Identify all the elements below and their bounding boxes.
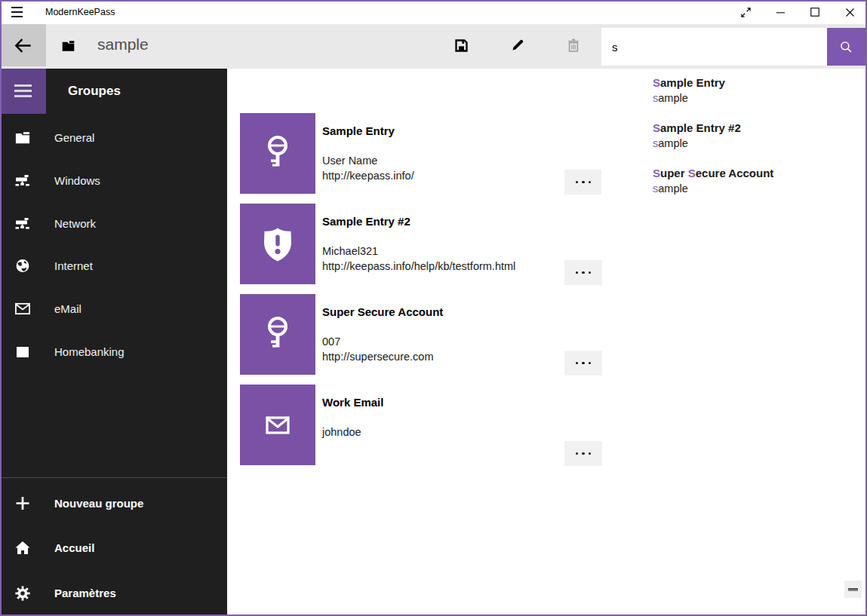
database-folder-icon <box>62 41 75 54</box>
entry-title: Super Secure Account <box>322 305 443 318</box>
save-button[interactable] <box>443 24 479 66</box>
square-icon <box>15 345 30 360</box>
suggestion-sample-entry-2[interactable]: Sample Entry #2 sample <box>653 121 741 151</box>
entry-username: Michael321 <box>322 245 378 257</box>
sidebar-item-homebanking[interactable]: Homebanking <box>0 330 227 373</box>
caption-buttons <box>728 0 867 24</box>
mail-icon <box>257 404 299 446</box>
sidebar-item-label: eMail <box>54 302 81 315</box>
network-icon <box>15 216 30 231</box>
sidebar-item-new-group[interactable]: Nouveau groupe <box>0 482 227 525</box>
search-box <box>601 28 827 66</box>
entry-title: Work Email <box>322 396 383 409</box>
suggestion-sample-entry[interactable]: Sample Entry sample <box>653 75 725 106</box>
sidebar-item-label: Internet <box>54 259 93 272</box>
gear-icon <box>15 586 30 601</box>
edit-pencil-icon[interactable] <box>500 24 536 66</box>
semantic-zoom-out-button[interactable] <box>844 581 862 598</box>
minimize-icon[interactable] <box>763 0 798 24</box>
plus-icon <box>15 496 30 511</box>
sidebar-nav: Groupes General Windows Network <box>0 66 227 616</box>
groups-header: Groupes <box>68 84 121 99</box>
home-icon <box>15 541 30 556</box>
search-button[interactable] <box>827 28 865 66</box>
suggestion-title: Sample Entry #2 <box>653 121 741 136</box>
sidebar-item-label: Nouveau groupe <box>54 497 143 510</box>
entry-username: 007 <box>322 336 340 348</box>
more-button[interactable] <box>564 441 602 466</box>
entry-url: http://keepass.info/help/kb/testform.htm… <box>322 260 515 272</box>
sidebar-divider <box>0 477 227 478</box>
network-icon <box>15 173 30 188</box>
entry-username: johndoe <box>322 426 361 438</box>
sidebar-item-internet[interactable]: Internet <box>0 244 227 287</box>
delete-trash-icon[interactable] <box>555 24 592 66</box>
entry-sample-entry-2[interactable]: Sample Entry #2 Michael321 http://keepas… <box>240 204 602 284</box>
suggestion-super-secure-account[interactable]: Super Secure Account sample <box>653 166 773 196</box>
sidebar-item-label: Windows <box>54 174 100 187</box>
app-title: ModernKeePass <box>45 0 115 24</box>
sidebar-item-email[interactable]: eMail <box>0 287 227 330</box>
command-bar: sample <box>0 24 867 69</box>
nav-hamburger-button[interactable] <box>0 68 46 114</box>
titlebar: ModernKeePass <box>0 0 867 24</box>
entry-url: http://keepass.info/ <box>322 170 414 182</box>
entry-tile <box>240 113 315 194</box>
more-button[interactable] <box>564 170 602 195</box>
entry-tile <box>240 294 315 375</box>
entry-tile <box>240 204 315 284</box>
close-icon[interactable] <box>832 0 867 24</box>
entry-title: Sample Entry <box>322 124 395 137</box>
entry-url: http://supersecure.com <box>322 351 434 363</box>
more-button[interactable] <box>564 260 602 285</box>
suggestion-title: Super Secure Account <box>653 166 773 181</box>
entry-super-secure-account[interactable]: Super Secure Account 007 http://supersec… <box>240 294 602 375</box>
entry-tile <box>240 385 315 465</box>
database-title: sample <box>97 24 149 64</box>
folder-icon <box>15 130 30 146</box>
suggestion-subtitle: sample <box>653 181 773 196</box>
sidebar-item-home[interactable]: Accueil <box>0 526 227 569</box>
more-button[interactable] <box>564 351 602 375</box>
maximize-icon[interactable] <box>798 0 832 24</box>
sidebar-item-general[interactable]: General <box>0 116 227 159</box>
titlebar-hamburger-icon[interactable] <box>10 5 26 19</box>
key-icon <box>257 314 299 356</box>
fullscreen-icon[interactable] <box>728 0 763 24</box>
entry-title: Sample Entry #2 <box>322 215 410 228</box>
back-button[interactable] <box>0 24 46 66</box>
minus-icon <box>848 588 858 591</box>
suggestion-subtitle: sample <box>653 136 741 151</box>
entry-username: User Name <box>322 155 377 167</box>
sidebar-item-label: Paramètres <box>54 587 116 599</box>
search-suggestions-flyout: Sample Entry sample Sample Entry #2 samp… <box>601 69 865 257</box>
sidebar-item-label: Accueil <box>54 541 94 554</box>
shield-alert-icon <box>257 223 299 265</box>
sidebar-item-label: General <box>54 131 94 144</box>
suggestion-title: Sample Entry <box>653 75 725 90</box>
sidebar-item-settings[interactable]: Paramètres <box>0 572 227 614</box>
sidebar-item-network[interactable]: Network <box>0 202 227 245</box>
sidebar-item-label: Network <box>54 217 96 230</box>
search-input[interactable] <box>601 28 827 66</box>
entry-work-email[interactable]: Work Email johndoe <box>240 385 602 465</box>
suggestion-subtitle: sample <box>653 90 725 106</box>
key-icon <box>257 133 299 175</box>
mail-icon <box>15 302 30 317</box>
globe-icon <box>15 259 30 274</box>
sidebar-item-windows[interactable]: Windows <box>0 159 227 202</box>
entry-sample-entry[interactable]: Sample Entry User Name http://keepass.in… <box>240 113 602 194</box>
sidebar-item-label: Homebanking <box>54 345 125 358</box>
